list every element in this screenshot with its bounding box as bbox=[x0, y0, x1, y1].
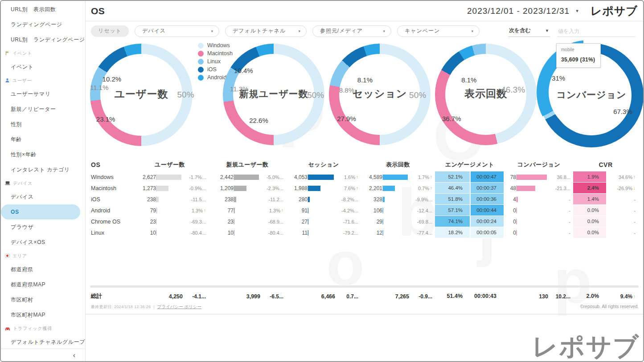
delta-value: 9.4%↑ bbox=[607, 293, 638, 300]
sidebar-item[interactable]: ブラウザ bbox=[1, 220, 85, 235]
column-header[interactable]: セッション bbox=[286, 161, 361, 169]
sidebar-item[interactable]: URL別 表示回数 bbox=[1, 2, 85, 17]
delta-value: - bbox=[548, 227, 573, 238]
delta-value: -69.8... bbox=[409, 216, 435, 227]
sidebar-item[interactable]: 市区町村 bbox=[1, 292, 85, 307]
donut-percentage-label: 8.1% bbox=[357, 76, 373, 84]
delta-value: -1.7%... bbox=[183, 171, 209, 183]
sidebar-section-user: ユーザー bbox=[1, 74, 85, 86]
sidebar-item[interactable]: デバイス bbox=[1, 189, 85, 204]
sidebar-item[interactable]: 都道府県 bbox=[1, 262, 85, 277]
delta-value: - bbox=[607, 194, 638, 205]
value-bar bbox=[383, 175, 408, 180]
filter-dropdown[interactable]: 参照元/メディア▾ bbox=[312, 25, 391, 37]
sidebar-item[interactable]: デバイス×OS bbox=[1, 235, 85, 250]
horizontal-scrollbar[interactable] bbox=[90, 285, 639, 288]
heatmap-cell: 00:00:47 bbox=[471, 171, 505, 183]
table-row[interactable]: Android791.3%↑771.3%↑91-4.2%...106-12.4.… bbox=[90, 205, 643, 216]
delta-value: 1.6%↑ bbox=[335, 171, 361, 183]
value-bar bbox=[308, 219, 308, 224]
data-table: OSユーザー数新規ユーザー数セッション表示回数エンゲージメントコンバージョンCV… bbox=[86, 155, 643, 238]
donut-percentage-label: 27.9% bbox=[337, 115, 356, 122]
filter-dropdown[interactable]: デバイス▾ bbox=[135, 25, 219, 37]
column-header[interactable]: エンゲージメント bbox=[435, 161, 505, 169]
sidebar-item[interactable]: イベント bbox=[1, 59, 85, 74]
donut-chart[interactable]: 表示回数8.1%36.7%46.3% bbox=[435, 44, 537, 145]
sidebar-item[interactable]: 新規／リピーター bbox=[1, 102, 85, 117]
delta-value: - bbox=[607, 205, 638, 216]
delta-value: -26.9%↓ bbox=[607, 183, 638, 194]
column-header[interactable]: CVR bbox=[573, 161, 638, 168]
donut-chart[interactable]: 新規ユーザー数10.4%11.3%22.6%50% bbox=[223, 44, 324, 145]
sidebar-item[interactable]: ランディングページ bbox=[1, 17, 85, 32]
sidebar-item[interactable]: ユーザーサマリ bbox=[1, 86, 85, 102]
table-row[interactable]: Macintosh1,273-0.9%...1,209-2.3%...1,988… bbox=[90, 183, 643, 194]
delta-value: -79.2... bbox=[335, 227, 361, 238]
date-range-picker[interactable]: 2023/12/01 - 2023/12/31 ▾ bbox=[467, 6, 579, 16]
reset-button[interactable]: リセット bbox=[91, 25, 129, 37]
table-row[interactable]: Chrome OS23-69.3...23-68.9...27-71.6...2… bbox=[90, 216, 643, 227]
donut-percentage-label: 10.2% bbox=[103, 75, 122, 83]
delta-value: -77.4... bbox=[409, 227, 435, 238]
filter-value-input[interactable] bbox=[557, 26, 635, 37]
filter-dropdown[interactable]: キャンペーン▾ bbox=[397, 25, 480, 37]
sidebar-collapse-button[interactable]: ‹ bbox=[73, 352, 75, 359]
arrow-up-icon: ↑ bbox=[633, 294, 636, 299]
sidebar-section-traffic: トラフィック獲得 bbox=[1, 322, 85, 334]
sidebar-item[interactable]: 性別×年齢 bbox=[1, 147, 85, 162]
privacy-policy-link[interactable]: プライバシー ポリシー bbox=[157, 304, 201, 310]
column-header[interactable]: ユーザー数 bbox=[131, 161, 209, 169]
donut-charts-section: WindowsMacintoshLinuxiOSAndroid ユーザー数10.… bbox=[86, 41, 643, 155]
sidebar-item[interactable]: OS bbox=[1, 204, 80, 220]
heatmap-cell: 00:00:05 bbox=[471, 227, 505, 238]
column-header[interactable]: OS bbox=[90, 161, 131, 168]
bottom-area: レポサブ bbox=[86, 314, 643, 362]
value-bar bbox=[517, 208, 517, 213]
value-bar bbox=[308, 208, 308, 213]
sidebar-item[interactable]: URL別 ランディングページ bbox=[1, 32, 85, 47]
delta-value: 1.3%↑ bbox=[260, 205, 286, 216]
donut-chart[interactable]: ユーザー数10.2%11.1%23.1%50% bbox=[90, 44, 193, 146]
value-bar bbox=[383, 208, 383, 213]
table-row[interactable]: Linux10-80.4...10-80.4...11-79.2...12-77… bbox=[90, 227, 643, 238]
total-cell: 総計 bbox=[90, 293, 131, 300]
delta-value: 1.7%↑ bbox=[409, 171, 435, 183]
legend-color-dot bbox=[198, 51, 204, 57]
total-cell: 3,999 bbox=[209, 293, 260, 300]
condition-select[interactable]: 次を含む ▼ bbox=[508, 25, 550, 37]
column-header[interactable]: コンバージョン bbox=[505, 161, 573, 169]
heatmap-cell: 1.9% bbox=[573, 171, 607, 183]
sidebar-item[interactable]: 年齢 bbox=[1, 132, 85, 147]
delta-value: 34.6%↑ bbox=[607, 171, 638, 183]
value-bar bbox=[156, 208, 157, 213]
total-cell: 7,265 bbox=[361, 293, 409, 300]
total-cell: 130 bbox=[505, 293, 548, 300]
sidebar-footer: ‹ bbox=[1, 349, 85, 361]
legend-color-dot bbox=[198, 43, 204, 49]
delta-value: -68.9... bbox=[260, 216, 286, 227]
donut-percentage-label: 8.1% bbox=[461, 76, 476, 84]
donut-chart[interactable]: セッション8.1%8.8%27.9%50% bbox=[329, 44, 431, 145]
value-bar bbox=[156, 219, 157, 224]
delta-value: 36.8... bbox=[548, 171, 573, 183]
donut-title: コンバージョン bbox=[539, 89, 643, 101]
arrow-up-icon: ↑ bbox=[356, 175, 358, 179]
heatmap-cell: 51.8% bbox=[435, 194, 471, 205]
sidebar-item[interactable]: 性別 bbox=[1, 117, 85, 132]
value-bar bbox=[308, 186, 320, 191]
donut-percentage-label: 50% bbox=[307, 90, 324, 100]
sidebar-item[interactable]: デフォルトチャネルグループ bbox=[1, 334, 85, 349]
table-row[interactable]: Windows2,627-1.7%...2,442-5.0%...4,0531.… bbox=[90, 171, 643, 183]
column-header[interactable]: 新規ユーザー数 bbox=[209, 161, 286, 169]
heatmap-cell: 0.0% bbox=[573, 205, 607, 216]
value-bar bbox=[383, 197, 385, 202]
filter-dropdown[interactable]: デフォルトチャネル▾ bbox=[225, 25, 307, 37]
table-row[interactable]: iOS238-11.5...238-11.2...280-8.2%...328-… bbox=[90, 194, 643, 205]
sidebar-item[interactable]: 市区町村MAP bbox=[1, 307, 85, 322]
sidebar-item[interactable]: インタレスト カテゴリ bbox=[1, 162, 85, 177]
delta-value: - bbox=[607, 227, 638, 238]
sidebar-menu: URL別 表示回数ランディングページURL別 ランディングページイベントイベント… bbox=[1, 1, 85, 349]
sidebar-item[interactable]: 都道府県MAP bbox=[1, 277, 85, 292]
value-bar bbox=[308, 197, 310, 202]
column-header[interactable]: 表示回数 bbox=[361, 161, 435, 169]
